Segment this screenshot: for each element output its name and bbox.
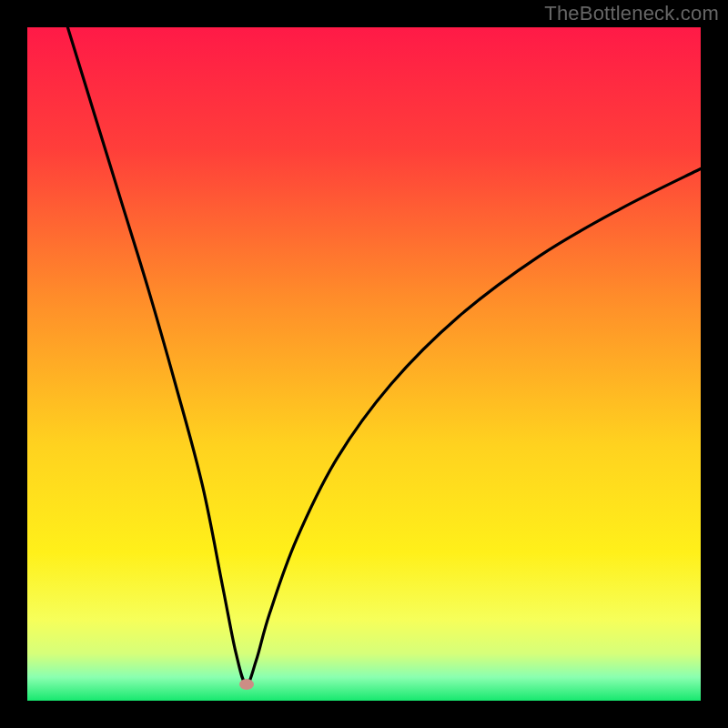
bottleneck-curve (27, 27, 701, 701)
plot-area (27, 27, 701, 701)
minimum-marker (239, 679, 254, 690)
watermark-text: TheBottleneck.com (544, 2, 719, 25)
chart-frame: TheBottleneck.com (0, 0, 728, 728)
